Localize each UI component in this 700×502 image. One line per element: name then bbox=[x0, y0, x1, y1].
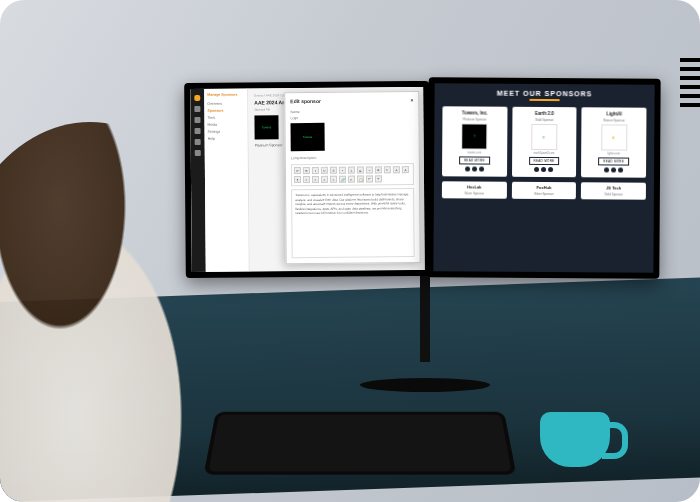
toolbar-button[interactable]: P bbox=[294, 167, 301, 174]
mug bbox=[540, 412, 610, 467]
sponsor-card-small: JS TechGold Sponsor bbox=[581, 182, 646, 199]
social-icon[interactable] bbox=[472, 166, 477, 171]
sidebar-heading: Manage Sponsors bbox=[207, 93, 244, 97]
sponsor-logo: ◎ bbox=[531, 124, 557, 150]
decoration-stripes bbox=[680, 58, 700, 112]
sponsor-name: Earth 2.0 bbox=[535, 111, 554, 116]
sponsor-tier: Platinum Sponsor bbox=[463, 117, 487, 121]
social-icon[interactable] bbox=[611, 167, 616, 172]
sponsor-tier: Silver Sponsor bbox=[534, 192, 554, 196]
social-icon[interactable] bbox=[479, 167, 484, 172]
toolbar-button[interactable]: ≡ bbox=[303, 176, 310, 183]
toolbar-button[interactable]: A bbox=[402, 166, 409, 173]
sponsor-tier: Bronze Sponsor bbox=[603, 118, 625, 122]
nav-item[interactable] bbox=[195, 128, 201, 134]
social-icons bbox=[604, 167, 623, 172]
toolbar-button[interactable]: ≡ bbox=[321, 176, 328, 183]
toolbar-button[interactable]: A bbox=[393, 166, 400, 173]
toolbar-button[interactable]: ¶ bbox=[294, 176, 301, 183]
field-label-name: Name bbox=[290, 109, 413, 114]
social-icon[interactable] bbox=[549, 167, 554, 172]
social-icons bbox=[535, 167, 554, 172]
monitor-left: Manage Sponsors Overview Sponsors Tiers … bbox=[184, 81, 431, 278]
toolbar-button[interactable]: ≡ bbox=[312, 176, 319, 183]
toolbar-button[interactable]: ➡ bbox=[375, 166, 382, 173]
toolbar-button[interactable]: I bbox=[312, 167, 319, 174]
social-icon[interactable] bbox=[604, 167, 609, 172]
sponsor-name: JS Tech bbox=[606, 185, 621, 190]
toolbar-button[interactable]: ≡ bbox=[330, 176, 337, 183]
monitor-stand bbox=[380, 272, 470, 392]
social-icons bbox=[465, 166, 484, 171]
sponsor-card-small: HexLabSilver Sponsor bbox=[442, 181, 507, 198]
sponsor-thumbnail[interactable]: Towers bbox=[254, 115, 278, 139]
read-more-button[interactable]: READ MORE bbox=[529, 157, 560, 165]
toolbar-button[interactable]: ↷ bbox=[375, 175, 382, 182]
toolbar-button[interactable]: 📋 bbox=[357, 176, 364, 183]
toolbar-button[interactable]: B bbox=[303, 167, 310, 174]
sponsor-website: towers.com bbox=[468, 151, 482, 154]
field-label-logo: Logo bbox=[290, 115, 413, 120]
toolbar-button[interactable]: • bbox=[339, 167, 346, 174]
social-icon[interactable] bbox=[465, 166, 470, 171]
logo-text: Towers bbox=[303, 135, 313, 139]
secondary-sponsors-grid: HexLabSilver SponsorFoxHubSilver Sponsor… bbox=[442, 181, 646, 199]
featured-sponsors-grid: Towers, Inc.Platinum SponsorTtowers.comR… bbox=[442, 106, 646, 177]
toolbar-button[interactable]: ↔ bbox=[366, 166, 373, 173]
nav-item[interactable] bbox=[195, 150, 201, 156]
sponsor-website: lightai.com bbox=[607, 152, 620, 155]
keyboard bbox=[204, 412, 517, 475]
thumb-label: Towers bbox=[262, 125, 272, 129]
sidebar-item[interactable]: Help bbox=[208, 135, 245, 142]
toolbar-button[interactable]: ⬅ bbox=[357, 167, 364, 174]
social-icon[interactable] bbox=[535, 167, 540, 172]
heading-underline bbox=[530, 99, 560, 101]
toolbar-button[interactable]: ⎆ bbox=[384, 166, 391, 173]
read-more-button[interactable]: READ MORE bbox=[598, 157, 629, 165]
field-label-description: Long description bbox=[291, 155, 414, 160]
nav-item[interactable] bbox=[194, 117, 200, 123]
toolbar-button[interactable]: ✂ bbox=[348, 176, 355, 183]
modal-title: Edit sponsor bbox=[290, 98, 321, 104]
sponsor-name: LightAI bbox=[606, 111, 622, 116]
sponsor-logo: T bbox=[462, 123, 488, 149]
sponsor-logo: ◐ bbox=[601, 124, 627, 150]
toolbar-button[interactable]: ↶ bbox=[366, 175, 373, 182]
social-icon[interactable] bbox=[542, 167, 547, 172]
monitor-right: MEET OUR SPONSORS Towers, Inc.Platinum S… bbox=[427, 77, 660, 279]
sponsor-name: HexLab bbox=[467, 184, 481, 189]
description-editor[interactable]: Towers Inc. specializes in advanced inte… bbox=[291, 188, 415, 258]
sponsor-name: Towers, Inc. bbox=[462, 110, 488, 115]
toolbar-button[interactable]: U bbox=[321, 167, 328, 174]
toolbar-button[interactable]: 1. bbox=[348, 167, 355, 174]
sponsor-card: Towers, Inc.Platinum SponsorTtowers.comR… bbox=[442, 106, 507, 176]
social-icon[interactable] bbox=[618, 168, 623, 173]
edit-sponsor-modal: Edit sponsor × Name Logo Towers Long des… bbox=[284, 91, 420, 264]
sponsor-logo-preview[interactable]: Towers bbox=[291, 123, 325, 151]
toolbar-button[interactable]: 🔗 bbox=[339, 176, 346, 183]
sponsor-name: FoxHub bbox=[536, 185, 551, 190]
sponsor-card: LightAIBronze Sponsor◐lightai.comREAD MO… bbox=[581, 107, 646, 177]
editor-content: Towers Inc. specializes in advanced inte… bbox=[295, 192, 409, 215]
sponsor-tier: Silver Sponsor bbox=[464, 191, 484, 195]
sponsors-heading: MEET OUR SPONSORS bbox=[443, 89, 647, 97]
nav-item[interactable] bbox=[195, 139, 201, 145]
sponsor-card: Earth 2.0Gold Sponsor◎earth2point0.comRE… bbox=[512, 107, 577, 177]
cms-screen: Manage Sponsors Overview Sponsors Tiers … bbox=[190, 87, 425, 272]
close-icon[interactable]: × bbox=[410, 97, 413, 103]
sponsor-website: earth2point0.com bbox=[534, 152, 555, 155]
read-more-button[interactable]: READ MORE bbox=[459, 156, 490, 164]
cms-sidebar: Manage Sponsors Overview Sponsors Tiers … bbox=[204, 89, 250, 272]
nav-item[interactable] bbox=[194, 106, 200, 112]
toolbar-button[interactable]: S bbox=[330, 167, 337, 174]
sponsor-card-small: FoxHubSilver Sponsor bbox=[512, 182, 577, 199]
sponsor-page: MEET OUR SPONSORS Towers, Inc.Platinum S… bbox=[433, 83, 654, 273]
scene-photo: Manage Sponsors Overview Sponsors Tiers … bbox=[0, 0, 700, 502]
sponsor-tier: Gold Sponsor bbox=[535, 118, 553, 122]
nav-logo-icon[interactable] bbox=[194, 95, 200, 101]
sponsor-tier: Gold Sponsor bbox=[604, 192, 622, 196]
rich-text-toolbar: PBIUS•1.⬅↔➡⎆AA¶≡≡≡≡🔗✂📋↶↷ bbox=[291, 163, 414, 186]
